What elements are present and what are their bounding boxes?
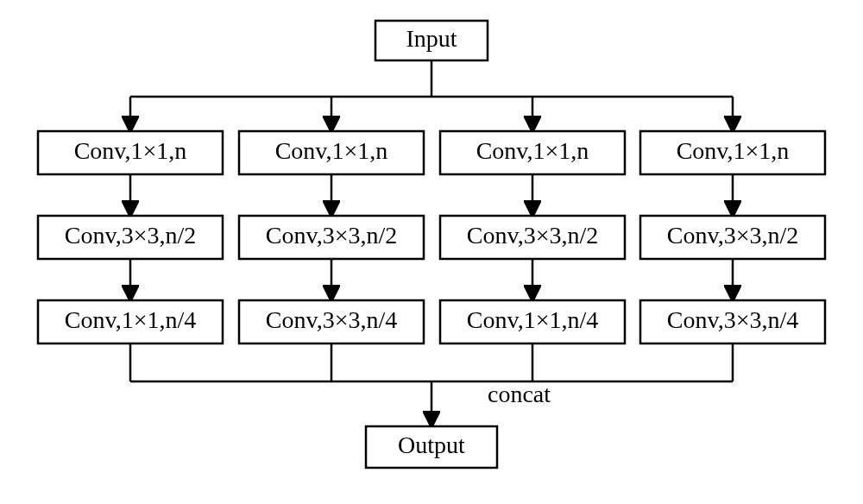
branch1-layer1-label: Conv,1×1,n: [74, 137, 187, 164]
branch3-layer1-label: Conv,1×1,n: [476, 137, 589, 164]
branch4-layer1-label: Conv,1×1,n: [677, 137, 790, 164]
branch3-layer2-label: Conv,3×3,n/2: [467, 222, 598, 249]
output-label: Output: [398, 432, 465, 458]
branch1-layer2-label: Conv,3×3,n/2: [65, 222, 196, 249]
branch1-layer3-label: Conv,1×1,n/4: [65, 306, 196, 333]
concat-label: concat: [488, 381, 551, 407]
branch2-layer3-label: Conv,3×3,n/4: [266, 306, 397, 333]
input-label: Input: [406, 25, 457, 52]
branch2-layer2-label: Conv,3×3,n/2: [266, 222, 397, 249]
branch2-layer1-label: Conv,1×1,n: [275, 137, 388, 164]
branch4-layer2-label: Conv,3×3,n/2: [667, 222, 798, 249]
branch4-layer3-label: Conv,3×3,n/4: [667, 306, 798, 333]
branch3-layer3-label: Conv,1×1,n/4: [467, 306, 598, 333]
